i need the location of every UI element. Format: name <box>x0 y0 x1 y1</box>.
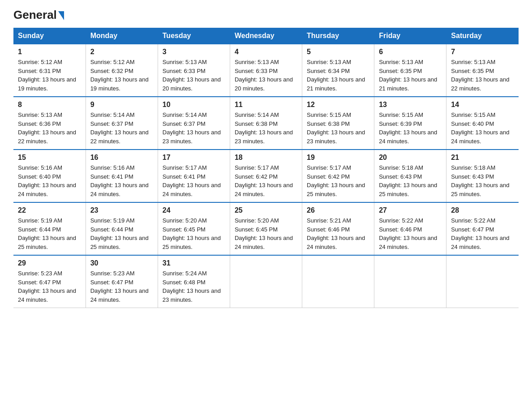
calendar-cell: 5 Sunrise: 5:13 AMSunset: 6:34 PMDayligh… <box>302 44 374 97</box>
calendar-cell: 31 Sunrise: 5:24 AMSunset: 6:48 PMDaylig… <box>158 255 230 308</box>
weekday-header-monday: Monday <box>86 28 158 44</box>
calendar-week-3: 15 Sunrise: 5:16 AMSunset: 6:40 PMDaylig… <box>13 150 519 202</box>
day-info: Sunrise: 5:20 AMSunset: 6:45 PMDaylight:… <box>163 216 225 251</box>
day-number: 27 <box>379 206 442 214</box>
calendar-week-4: 22 Sunrise: 5:19 AMSunset: 6:44 PMDaylig… <box>13 202 519 255</box>
day-number: 25 <box>235 206 297 214</box>
calendar-cell: 29 Sunrise: 5:23 AMSunset: 6:47 PMDaylig… <box>13 255 86 308</box>
calendar-cell: 3 Sunrise: 5:13 AMSunset: 6:33 PMDayligh… <box>158 44 230 97</box>
day-info: Sunrise: 5:12 AMSunset: 6:32 PMDaylight:… <box>90 58 153 93</box>
day-info: Sunrise: 5:17 AMSunset: 6:42 PMDaylight:… <box>235 163 297 198</box>
calendar-cell: 9 Sunrise: 5:14 AMSunset: 6:37 PMDayligh… <box>86 97 158 150</box>
calendar-cell: 1 Sunrise: 5:12 AMSunset: 6:31 PMDayligh… <box>13 44 86 97</box>
day-number: 8 <box>18 101 81 109</box>
day-info: Sunrise: 5:20 AMSunset: 6:45 PMDaylight:… <box>235 216 297 251</box>
day-number: 18 <box>235 154 297 162</box>
day-number: 9 <box>90 101 153 109</box>
day-number: 11 <box>235 101 297 109</box>
logo-line1: General <box>13 9 64 21</box>
weekday-header-tuesday: Tuesday <box>158 28 230 44</box>
day-number: 15 <box>18 154 81 162</box>
calendar-cell: 23 Sunrise: 5:19 AMSunset: 6:44 PMDaylig… <box>86 202 158 255</box>
day-number: 30 <box>90 259 153 267</box>
calendar-cell: 24 Sunrise: 5:20 AMSunset: 6:45 PMDaylig… <box>158 202 230 255</box>
calendar-cell: 27 Sunrise: 5:22 AMSunset: 6:46 PMDaylig… <box>374 202 446 255</box>
day-info: Sunrise: 5:14 AMSunset: 6:38 PMDaylight:… <box>235 111 297 146</box>
day-number: 4 <box>235 48 297 56</box>
calendar-cell: 10 Sunrise: 5:14 AMSunset: 6:37 PMDaylig… <box>158 97 230 150</box>
day-info: Sunrise: 5:18 AMSunset: 6:43 PMDaylight:… <box>379 163 442 198</box>
day-info: Sunrise: 5:16 AMSunset: 6:41 PMDaylight:… <box>90 163 153 198</box>
weekday-header-thursday: Thursday <box>302 28 374 44</box>
calendar-cell: 18 Sunrise: 5:17 AMSunset: 6:42 PMDaylig… <box>230 150 302 202</box>
day-info: Sunrise: 5:23 AMSunset: 6:47 PMDaylight:… <box>18 269 81 304</box>
day-info: Sunrise: 5:17 AMSunset: 6:41 PMDaylight:… <box>163 163 225 198</box>
page-header: General <box>13 9 519 20</box>
day-info: Sunrise: 5:18 AMSunset: 6:43 PMDaylight:… <box>451 163 514 198</box>
calendar-week-2: 8 Sunrise: 5:13 AMSunset: 6:36 PMDayligh… <box>13 97 519 150</box>
calendar-cell: 15 Sunrise: 5:16 AMSunset: 6:40 PMDaylig… <box>13 150 86 202</box>
calendar-table: SundayMondayTuesdayWednesdayThursdayFrid… <box>13 28 519 308</box>
calendar-cell: 2 Sunrise: 5:12 AMSunset: 6:32 PMDayligh… <box>86 44 158 97</box>
day-info: Sunrise: 5:14 AMSunset: 6:37 PMDaylight:… <box>163 111 225 146</box>
day-number: 16 <box>90 154 153 162</box>
day-number: 23 <box>90 206 153 214</box>
day-info: Sunrise: 5:17 AMSunset: 6:42 PMDaylight:… <box>307 163 369 198</box>
calendar-cell: 14 Sunrise: 5:15 AMSunset: 6:40 PMDaylig… <box>446 97 519 150</box>
calendar-cell <box>446 255 519 308</box>
weekday-header-saturday: Saturday <box>446 28 519 44</box>
calendar-cell: 7 Sunrise: 5:13 AMSunset: 6:35 PMDayligh… <box>446 44 519 97</box>
day-info: Sunrise: 5:15 AMSunset: 6:38 PMDaylight:… <box>307 111 369 146</box>
day-number: 24 <box>163 206 225 214</box>
calendar-cell: 17 Sunrise: 5:17 AMSunset: 6:41 PMDaylig… <box>158 150 230 202</box>
day-info: Sunrise: 5:22 AMSunset: 6:47 PMDaylight:… <box>451 216 514 251</box>
calendar-cell: 26 Sunrise: 5:21 AMSunset: 6:46 PMDaylig… <box>302 202 374 255</box>
calendar-cell: 12 Sunrise: 5:15 AMSunset: 6:38 PMDaylig… <box>302 97 374 150</box>
calendar-cell <box>374 255 446 308</box>
calendar-week-1: 1 Sunrise: 5:12 AMSunset: 6:31 PMDayligh… <box>13 44 519 97</box>
day-number: 2 <box>90 48 153 56</box>
weekday-header-friday: Friday <box>374 28 446 44</box>
day-info: Sunrise: 5:13 AMSunset: 6:36 PMDaylight:… <box>18 111 81 146</box>
day-number: 21 <box>451 154 514 162</box>
day-number: 22 <box>18 206 81 214</box>
calendar-cell: 30 Sunrise: 5:23 AMSunset: 6:47 PMDaylig… <box>86 255 158 308</box>
day-info: Sunrise: 5:21 AMSunset: 6:46 PMDaylight:… <box>307 216 369 251</box>
day-number: 12 <box>307 101 369 109</box>
calendar-cell: 19 Sunrise: 5:17 AMSunset: 6:42 PMDaylig… <box>302 150 374 202</box>
day-number: 3 <box>163 48 225 56</box>
calendar-cell: 25 Sunrise: 5:20 AMSunset: 6:45 PMDaylig… <box>230 202 302 255</box>
day-number: 20 <box>379 154 442 162</box>
calendar-cell: 16 Sunrise: 5:16 AMSunset: 6:41 PMDaylig… <box>86 150 158 202</box>
day-info: Sunrise: 5:13 AMSunset: 6:35 PMDaylight:… <box>451 58 514 93</box>
day-info: Sunrise: 5:14 AMSunset: 6:37 PMDaylight:… <box>90 111 153 146</box>
calendar-cell: 8 Sunrise: 5:13 AMSunset: 6:36 PMDayligh… <box>13 97 86 150</box>
day-number: 7 <box>451 48 514 56</box>
calendar-cell: 4 Sunrise: 5:13 AMSunset: 6:33 PMDayligh… <box>230 44 302 97</box>
day-number: 1 <box>18 48 81 56</box>
day-number: 31 <box>163 259 225 267</box>
weekday-header-wednesday: Wednesday <box>230 28 302 44</box>
day-number: 29 <box>18 259 81 267</box>
day-info: Sunrise: 5:19 AMSunset: 6:44 PMDaylight:… <box>90 216 153 251</box>
day-number: 10 <box>163 101 225 109</box>
day-info: Sunrise: 5:13 AMSunset: 6:35 PMDaylight:… <box>379 58 442 93</box>
day-info: Sunrise: 5:13 AMSunset: 6:33 PMDaylight:… <box>235 58 297 93</box>
calendar-cell: 6 Sunrise: 5:13 AMSunset: 6:35 PMDayligh… <box>374 44 446 97</box>
calendar-cell: 22 Sunrise: 5:19 AMSunset: 6:44 PMDaylig… <box>13 202 86 255</box>
day-number: 6 <box>379 48 442 56</box>
day-number: 26 <box>307 206 369 214</box>
day-info: Sunrise: 5:15 AMSunset: 6:39 PMDaylight:… <box>379 111 442 146</box>
day-info: Sunrise: 5:16 AMSunset: 6:40 PMDaylight:… <box>18 163 81 198</box>
day-info: Sunrise: 5:19 AMSunset: 6:44 PMDaylight:… <box>18 216 81 251</box>
day-info: Sunrise: 5:15 AMSunset: 6:40 PMDaylight:… <box>451 111 514 146</box>
weekday-header-sunday: Sunday <box>13 28 86 44</box>
calendar-cell: 28 Sunrise: 5:22 AMSunset: 6:47 PMDaylig… <box>446 202 519 255</box>
logo: General <box>13 9 64 20</box>
calendar-cell: 20 Sunrise: 5:18 AMSunset: 6:43 PMDaylig… <box>374 150 446 202</box>
day-number: 19 <box>307 154 369 162</box>
calendar-week-5: 29 Sunrise: 5:23 AMSunset: 6:47 PMDaylig… <box>13 255 519 308</box>
day-info: Sunrise: 5:12 AMSunset: 6:31 PMDaylight:… <box>18 58 81 93</box>
day-number: 13 <box>379 101 442 109</box>
day-number: 17 <box>163 154 225 162</box>
